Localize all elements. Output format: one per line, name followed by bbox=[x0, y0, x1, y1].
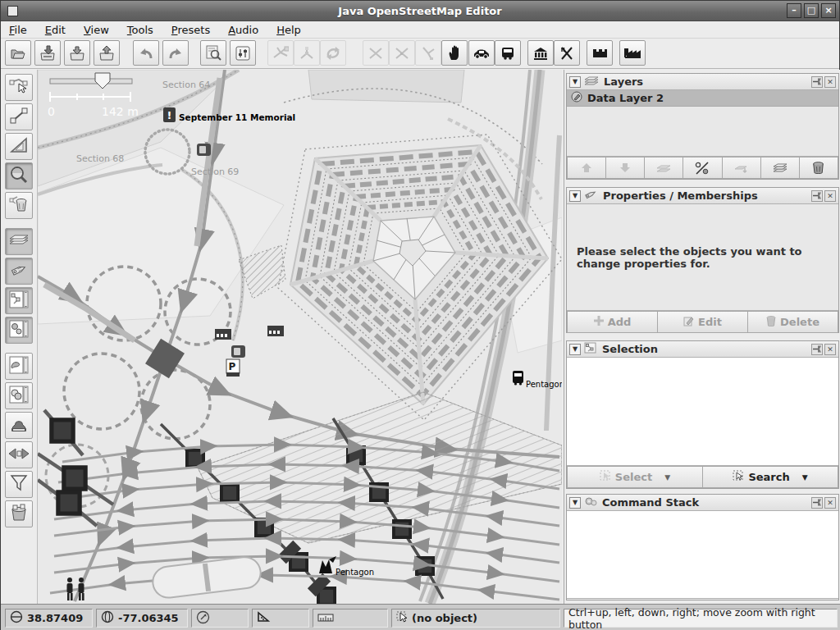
delete-property-button[interactable]: Delete bbox=[748, 311, 838, 333]
selection-dialog-button[interactable] bbox=[5, 287, 33, 314]
command-stack-dialog-button[interactable] bbox=[5, 317, 33, 344]
pin-icon[interactable] bbox=[811, 497, 823, 509]
map-canvas[interactable]: ! P bbox=[38, 70, 562, 604]
collapse-icon[interactable]: ▼ bbox=[569, 497, 581, 509]
maximize-button[interactable]: □ bbox=[804, 3, 819, 18]
edit-tool-column bbox=[1, 70, 38, 604]
longitude-field: -77.06345 bbox=[96, 609, 188, 628]
pin-icon[interactable] bbox=[811, 190, 823, 202]
draw-node-tool-icon bbox=[9, 107, 29, 128]
collapse-icon[interactable]: ▼ bbox=[569, 190, 581, 202]
measure-tool-icon bbox=[9, 136, 29, 158]
filter-dialog-button[interactable] bbox=[5, 471, 33, 498]
menu-file[interactable]: File bbox=[9, 24, 27, 36]
parking-icon: P bbox=[226, 359, 240, 377]
gear-icon bbox=[584, 495, 597, 510]
edit-property-button[interactable]: Edit bbox=[658, 311, 748, 333]
edit-icon bbox=[683, 316, 694, 329]
open-file-icon bbox=[10, 46, 26, 61]
authors-dialog-button[interactable] bbox=[5, 412, 33, 439]
car-preset-button[interactable] bbox=[468, 40, 495, 66]
split-way-button bbox=[363, 40, 389, 66]
close-panel-icon[interactable]: ✕ bbox=[824, 190, 836, 202]
conflicts-dialog-button[interactable] bbox=[5, 441, 33, 468]
bank-preset-button[interactable] bbox=[527, 40, 554, 66]
open-file-button[interactable] bbox=[5, 40, 31, 66]
svg-text:!: ! bbox=[167, 109, 172, 121]
delete-layer-button[interactable] bbox=[800, 157, 838, 179]
section-label: Section 69 bbox=[191, 167, 239, 177]
selection-list[interactable] bbox=[567, 358, 838, 466]
save-button[interactable] bbox=[34, 40, 61, 66]
longitude-value: -77.06345 bbox=[118, 612, 179, 624]
search-button-panel[interactable]: Search ▼ bbox=[703, 466, 838, 488]
collapse-icon[interactable]: ▼ bbox=[569, 76, 581, 88]
preferences-button[interactable] bbox=[230, 40, 256, 66]
menu-help[interactable]: Help bbox=[276, 24, 301, 36]
bus-station-icon bbox=[267, 326, 284, 336]
redo-button[interactable] bbox=[162, 40, 189, 66]
search-cursor-icon bbox=[733, 470, 744, 484]
select-button[interactable]: Select ▼ bbox=[567, 466, 703, 488]
move-layer-up-button bbox=[567, 157, 606, 179]
zoom-tool-button[interactable] bbox=[5, 162, 33, 189]
command-stack-dialog-icon bbox=[9, 320, 29, 341]
command-stack-list[interactable] bbox=[567, 511, 838, 599]
collapse-icon[interactable]: ▼ bbox=[569, 344, 581, 355]
save-icon bbox=[39, 45, 56, 61]
activate-layer-button[interactable] bbox=[761, 157, 800, 179]
restaurant-preset-button[interactable] bbox=[554, 40, 580, 66]
properties-dialog-button[interactable] bbox=[5, 258, 33, 285]
josm-window: Java OpenStreetMap Editor – □ × File Edi… bbox=[0, 0, 840, 630]
pin-icon[interactable] bbox=[811, 76, 823, 88]
bus-station-icon bbox=[215, 329, 231, 340]
castle-preset-button[interactable] bbox=[587, 40, 613, 66]
dropdown-arrow-icon[interactable]: ▼ bbox=[664, 473, 670, 482]
close-panel-icon[interactable]: ✕ bbox=[824, 76, 836, 88]
relations-dialog-button[interactable] bbox=[5, 382, 33, 409]
search-button[interactable] bbox=[200, 40, 226, 66]
layers-panel: ▼ Layers ✕ Data Layer 2 bbox=[566, 73, 839, 180]
layer-row[interactable]: Data Layer 2 bbox=[567, 90, 838, 107]
menu-view[interactable]: View bbox=[84, 24, 109, 36]
title-bar[interactable]: Java OpenStreetMap Editor – □ × bbox=[1, 1, 839, 21]
menu-presets[interactable]: Presets bbox=[171, 24, 210, 36]
menu-audio[interactable]: Audio bbox=[228, 24, 258, 36]
layers-list[interactable]: Data Layer 2 bbox=[567, 90, 838, 157]
add-property-button[interactable]: Add bbox=[567, 311, 658, 333]
restaurant-preset-icon bbox=[559, 46, 574, 61]
undo-button[interactable] bbox=[133, 40, 159, 66]
dropdown-arrow-icon[interactable]: ▼ bbox=[802, 473, 808, 482]
properties-empty-message: Please select the objects you want to ch… bbox=[567, 245, 838, 270]
map-paint-dialog-button[interactable] bbox=[5, 353, 33, 380]
factory-preset-button[interactable] bbox=[619, 40, 646, 66]
layer-opacity-button[interactable] bbox=[683, 157, 722, 179]
search-icon bbox=[205, 45, 221, 61]
scale-start-label: 0 bbox=[48, 105, 55, 118]
memorial-icon: ! bbox=[163, 107, 176, 122]
measure-tool-button[interactable] bbox=[5, 133, 33, 160]
selection-dialog-icon bbox=[9, 290, 29, 312]
merge-layers-button bbox=[645, 157, 683, 179]
download-data-button[interactable] bbox=[64, 40, 90, 66]
minimize-button[interactable]: – bbox=[787, 3, 801, 18]
select-tool-button[interactable] bbox=[5, 74, 33, 101]
pin-icon[interactable] bbox=[811, 344, 823, 355]
split-way-icon bbox=[368, 46, 384, 61]
menu-edit[interactable]: Edit bbox=[45, 24, 66, 36]
duplicate-layer-button bbox=[723, 157, 761, 179]
close-panel-icon[interactable]: ✕ bbox=[824, 497, 836, 509]
move-hand-button[interactable] bbox=[441, 40, 468, 66]
unglue-way-icon bbox=[394, 46, 410, 61]
delete-tool-button[interactable] bbox=[5, 192, 33, 219]
select-cursor-icon bbox=[600, 470, 611, 484]
close-panel-icon[interactable]: ✕ bbox=[824, 344, 836, 355]
castle-preset-icon bbox=[591, 48, 608, 59]
upload-data-button[interactable] bbox=[94, 40, 120, 66]
layers-dialog-button[interactable] bbox=[5, 228, 33, 255]
changesets-dialog-button[interactable] bbox=[5, 500, 33, 527]
menu-tools[interactable]: Tools bbox=[127, 24, 153, 36]
close-button[interactable]: × bbox=[821, 3, 836, 18]
bus-preset-button[interactable] bbox=[495, 40, 521, 66]
draw-node-tool-button[interactable] bbox=[5, 103, 33, 130]
